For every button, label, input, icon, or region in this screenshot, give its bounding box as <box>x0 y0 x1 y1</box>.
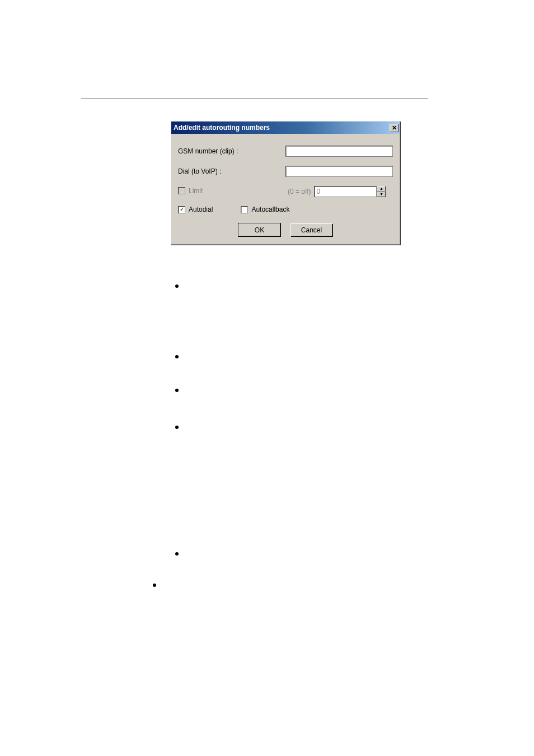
bullet-icon <box>175 389 179 392</box>
checkbox-box-icon <box>178 187 185 194</box>
gsm-number-label: GSM number (clip) : <box>178 147 285 155</box>
dial-voip-input[interactable] <box>285 166 393 177</box>
autodial-label: Autodial <box>189 206 213 213</box>
gsm-number-row: GSM number (clip) : <box>178 145 393 157</box>
spin-up-button[interactable]: ▲ <box>377 186 386 192</box>
bullet-icon <box>175 355 179 358</box>
autocallback-label: Autocallback <box>251 206 289 213</box>
autocallback-checkbox[interactable]: Autocallback <box>241 206 289 213</box>
check-icon: ✓ <box>180 207 184 212</box>
horizontal-rule <box>81 98 428 99</box>
limit-label: Limit <box>189 187 203 195</box>
limit-hint: (0 = off) <box>288 188 311 195</box>
cancel-button[interactable]: Cancel <box>291 223 332 236</box>
limit-row: Limit (0 = off) ▲ ▼ <box>178 185 393 198</box>
checkbox-box-icon <box>241 206 248 213</box>
button-row: OK Cancel <box>178 223 393 236</box>
dialog-body: GSM number (clip) : Dial (to VoIP) : Lim… <box>171 134 400 244</box>
bullet-icon <box>175 426 179 429</box>
limit-spinner-wrap: (0 = off) ▲ ▼ <box>288 186 386 197</box>
titlebar: Add/edit autorouting numbers ✕ <box>171 122 400 134</box>
dialog-title: Add/edit autorouting numbers <box>174 124 270 132</box>
limit-input <box>314 186 377 197</box>
dial-voip-row: Dial (to VoIP) : <box>178 165 393 178</box>
spin-down-button[interactable]: ▼ <box>377 192 386 197</box>
close-button[interactable]: ✕ <box>390 124 399 132</box>
gsm-number-input[interactable] <box>285 146 393 157</box>
autodial-checkbox[interactable]: ✓ Autodial <box>178 206 213 213</box>
ok-button[interactable]: OK <box>238 223 280 236</box>
bullet-icon <box>175 552 179 556</box>
bullet-icon <box>153 584 156 587</box>
dial-voip-label: Dial (to VoIP) : <box>178 167 285 175</box>
checkbox-box-icon: ✓ <box>178 206 185 213</box>
limit-checkbox-wrap: Limit <box>178 187 288 197</box>
limit-checkbox[interactable]: Limit <box>178 187 203 195</box>
options-row: ✓ Autodial Autocallback <box>178 206 393 213</box>
close-icon: ✕ <box>392 124 397 131</box>
limit-spinner: ▲ ▼ <box>377 186 386 197</box>
autorouting-dialog: Add/edit autorouting numbers ✕ GSM numbe… <box>171 121 400 245</box>
bullet-icon <box>175 284 179 288</box>
